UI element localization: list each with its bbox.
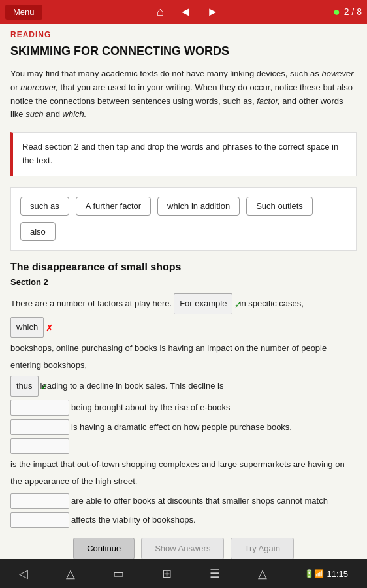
passage-text-3: being brought about by the rise of e-boo… <box>71 399 231 416</box>
up-nav-icon[interactable]: △ <box>258 566 267 581</box>
page-number: 2 / 8 <box>344 7 362 17</box>
grid-nav-icon[interactable]: ⊞ <box>162 566 172 581</box>
passage: There are a number of factors at play he… <box>10 293 357 529</box>
status-right: 🔋📶 11:15 <box>304 569 348 579</box>
nav-icons: ⌂ ◄ ► <box>157 5 219 19</box>
back-icon[interactable]: ◄ <box>180 5 191 19</box>
passage-line-3: being brought about by the rise of e-boo… <box>10 399 357 416</box>
blank-7[interactable] <box>10 493 69 509</box>
passage-text-6a: are able to offer books at discounts tha… <box>71 493 328 510</box>
chip-such-outlets[interactable]: Such outlets <box>246 197 313 216</box>
chips-area: such as A further factor which in additi… <box>10 187 357 251</box>
home-nav-icon[interactable]: △ <box>66 566 75 581</box>
recent-nav-icon[interactable]: ▭ <box>113 566 124 581</box>
time-display: 11:15 <box>327 569 348 579</box>
blank-5[interactable] <box>10 419 69 435</box>
reading-label: READING <box>10 30 357 39</box>
blank-8[interactable] <box>10 512 69 528</box>
passage-text-2a: bookshops, online purchasing of books is… <box>10 340 357 374</box>
menu-button[interactable]: Menu <box>5 5 42 20</box>
passage-text-1b: , in specific cases, <box>234 295 304 312</box>
passage-text-5: is the impact that out-of-town shopping … <box>10 456 357 490</box>
chip-further-factor[interactable]: A further factor <box>76 197 151 216</box>
main-title: SKIMMING FOR CONNECTING WORDS <box>10 44 357 58</box>
chip-such-as[interactable]: such as <box>20 197 69 216</box>
try-again-button[interactable]: Try Again <box>231 538 293 559</box>
menu-nav-icon[interactable]: ☰ <box>210 566 220 581</box>
passage-line-2: which bookshops, online purchasing of bo… <box>10 317 357 397</box>
bottom-nav: ◁ △ ▭ ⊞ ☰ △ 🔋📶 11:15 <box>0 559 367 588</box>
blank-for-example[interactable]: For example <box>174 293 232 314</box>
passage-line-4: is having a dramatic effect on how peopl… <box>10 419 357 436</box>
passage-text-1a: There are a number of factors at play he… <box>10 295 172 312</box>
passage-line-6: are able to offer books at discounts tha… <box>10 493 357 529</box>
blank-thus[interactable]: thus <box>10 376 39 397</box>
content-area: READING SKIMMING FOR CONNECTING WORDS Yo… <box>0 24 367 559</box>
forward-icon[interactable]: ► <box>207 5 219 19</box>
show-answers-button[interactable]: Show Answers <box>141 538 224 559</box>
passage-text-6b: affects the viability of bookshops. <box>71 512 196 529</box>
bottom-buttons: Continue Show Answers Try Again <box>10 531 357 559</box>
section-heading: The disappearance of small shops <box>10 261 357 273</box>
blank-6[interactable] <box>10 438 69 454</box>
back-nav-icon[interactable]: ◁ <box>19 566 28 581</box>
blank-which[interactable]: which <box>10 317 44 338</box>
passage-line-1: There are a number of factors at play he… <box>10 293 357 314</box>
chip-also[interactable]: also <box>20 222 56 241</box>
chip-which-in-addition[interactable]: which in addition <box>157 197 240 216</box>
section-label: Section 2 <box>10 277 357 287</box>
home-icon[interactable]: ⌂ <box>157 5 164 19</box>
page-indicator: ● 2 / 8 <box>333 5 362 19</box>
passage-text-4: is having a dramatic effect on how peopl… <box>71 419 292 436</box>
blank-4[interactable] <box>10 400 69 416</box>
continue-button[interactable]: Continue <box>73 538 135 559</box>
top-bar: Menu ⌂ ◄ ► ● 2 / 8 <box>0 0 367 24</box>
passage-line-5: is the impact that out-of-town shopping … <box>10 438 357 490</box>
intro-text: You may find that many academic texts do… <box>10 67 357 122</box>
passage-text-2b: leading to a decline in book sales. This… <box>40 378 224 395</box>
status-icons: 🔋📶 <box>304 569 324 578</box>
instruction-box: Read section 2 and then tap and drop the… <box>10 132 357 176</box>
